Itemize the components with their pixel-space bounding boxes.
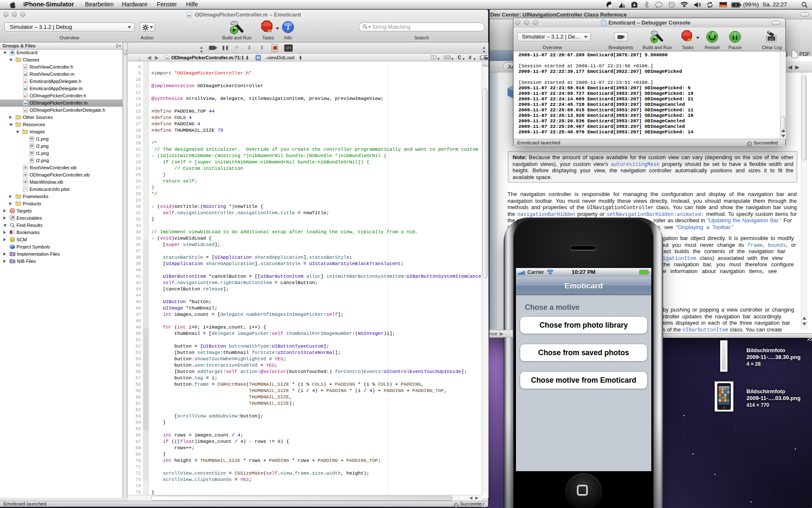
svg-text:M: M	[24, 73, 27, 77]
svg-text:M: M	[24, 102, 27, 105]
svg-text:H: H	[24, 94, 26, 98]
svg-text:m: m	[187, 14, 190, 17]
svg-text:i: i	[287, 24, 289, 32]
svg-text:M: M	[24, 87, 27, 91]
svg-text:H: H	[24, 80, 26, 84]
svg-text:H: H	[24, 66, 26, 69]
svg-text:gdb: gdb	[769, 38, 774, 41]
svg-text:H: H	[24, 109, 26, 113]
svg-text:m: m	[166, 56, 169, 60]
